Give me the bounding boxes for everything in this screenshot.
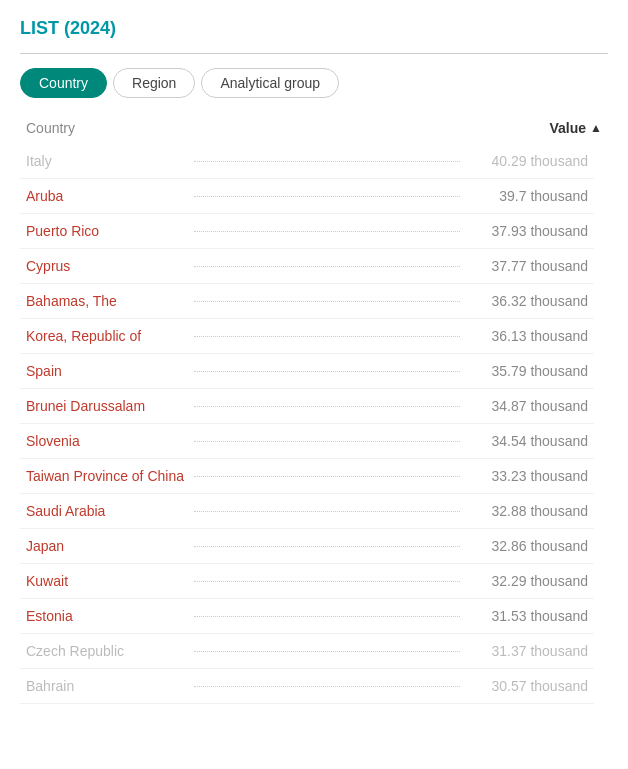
main-container: LIST (2024) CountryRegionAnalytical grou… bbox=[0, 0, 628, 704]
list-body[interactable]: Italy40.29 thousandAruba39.7 thousandPue… bbox=[20, 144, 608, 704]
row-value: 37.93 thousand bbox=[468, 223, 588, 239]
row-dots bbox=[194, 546, 460, 547]
tab-analytical-group[interactable]: Analytical group bbox=[201, 68, 339, 98]
row-dots bbox=[194, 476, 460, 477]
row-dots bbox=[194, 651, 460, 652]
country-name: Taiwan Province of China bbox=[26, 468, 186, 484]
country-name: Bahrain bbox=[26, 678, 186, 694]
table-row: Slovenia34.54 thousand bbox=[20, 424, 594, 459]
country-name: Czech Republic bbox=[26, 643, 186, 659]
value-column-header[interactable]: Value ▲ bbox=[550, 120, 602, 136]
row-value: 32.88 thousand bbox=[468, 503, 588, 519]
row-dots bbox=[194, 511, 460, 512]
country-name: Aruba bbox=[26, 188, 186, 204]
table-row: Spain35.79 thousand bbox=[20, 354, 594, 389]
tab-country[interactable]: Country bbox=[20, 68, 107, 98]
country-name: Slovenia bbox=[26, 433, 186, 449]
row-dots bbox=[194, 441, 460, 442]
country-name: Bahamas, The bbox=[26, 293, 186, 309]
row-dots bbox=[194, 406, 460, 407]
country-name: Estonia bbox=[26, 608, 186, 624]
table-row: Taiwan Province of China33.23 thousand bbox=[20, 459, 594, 494]
row-value: 35.79 thousand bbox=[468, 363, 588, 379]
row-dots bbox=[194, 301, 460, 302]
row-dots bbox=[194, 231, 460, 232]
row-value: 37.77 thousand bbox=[468, 258, 588, 274]
list-header: Country Value ▲ bbox=[20, 116, 608, 144]
scroll-wrapper: Italy40.29 thousandAruba39.7 thousandPue… bbox=[20, 144, 608, 704]
row-value: 39.7 thousand bbox=[468, 188, 588, 204]
row-dots bbox=[194, 266, 460, 267]
row-dots bbox=[194, 616, 460, 617]
row-dots bbox=[194, 196, 460, 197]
table-row: Saudi Arabia32.88 thousand bbox=[20, 494, 594, 529]
tab-region[interactable]: Region bbox=[113, 68, 195, 98]
table-row: Italy40.29 thousand bbox=[20, 144, 594, 179]
row-value: 40.29 thousand bbox=[468, 153, 588, 169]
row-value: 36.13 thousand bbox=[468, 328, 588, 344]
tab-bar: CountryRegionAnalytical group bbox=[20, 68, 608, 98]
row-dots bbox=[194, 686, 460, 687]
country-name: Brunei Darussalam bbox=[26, 398, 186, 414]
page-title: LIST (2024) bbox=[20, 18, 608, 39]
row-value: 34.54 thousand bbox=[468, 433, 588, 449]
country-column-header: Country bbox=[26, 120, 75, 136]
table-row: Aruba39.7 thousand bbox=[20, 179, 594, 214]
country-name: Korea, Republic of bbox=[26, 328, 186, 344]
row-value: 34.87 thousand bbox=[468, 398, 588, 414]
row-value: 31.53 thousand bbox=[468, 608, 588, 624]
table-row: Bahrain30.57 thousand bbox=[20, 669, 594, 704]
country-name: Japan bbox=[26, 538, 186, 554]
table-row: Bahamas, The36.32 thousand bbox=[20, 284, 594, 319]
table-row: Kuwait32.29 thousand bbox=[20, 564, 594, 599]
row-value: 31.37 thousand bbox=[468, 643, 588, 659]
table-row: Brunei Darussalam34.87 thousand bbox=[20, 389, 594, 424]
table-row: Estonia31.53 thousand bbox=[20, 599, 594, 634]
row-dots bbox=[194, 161, 460, 162]
country-name: Saudi Arabia bbox=[26, 503, 186, 519]
title-divider bbox=[20, 53, 608, 54]
table-row: Cyprus37.77 thousand bbox=[20, 249, 594, 284]
country-name: Kuwait bbox=[26, 573, 186, 589]
row-dots bbox=[194, 371, 460, 372]
table-row: Korea, Republic of36.13 thousand bbox=[20, 319, 594, 354]
country-name: Cyprus bbox=[26, 258, 186, 274]
row-value: 30.57 thousand bbox=[468, 678, 588, 694]
row-dots bbox=[194, 336, 460, 337]
country-name: Puerto Rico bbox=[26, 223, 186, 239]
table-row: Puerto Rico37.93 thousand bbox=[20, 214, 594, 249]
row-value: 36.32 thousand bbox=[468, 293, 588, 309]
row-value: 32.86 thousand bbox=[468, 538, 588, 554]
table-row: Japan32.86 thousand bbox=[20, 529, 594, 564]
country-name: Spain bbox=[26, 363, 186, 379]
row-value: 33.23 thousand bbox=[468, 468, 588, 484]
row-value: 32.29 thousand bbox=[468, 573, 588, 589]
sort-arrow-icon: ▲ bbox=[590, 121, 602, 135]
country-name: Italy bbox=[26, 153, 186, 169]
row-dots bbox=[194, 581, 460, 582]
table-row: Czech Republic31.37 thousand bbox=[20, 634, 594, 669]
